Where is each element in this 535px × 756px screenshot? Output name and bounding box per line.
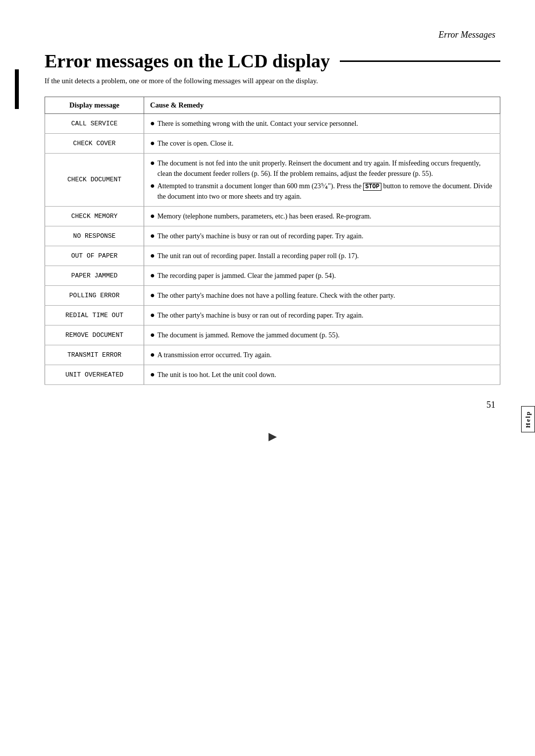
bullet-icon: ● [150,181,155,191]
bullet-text: The cover is open. Close it. [158,138,234,149]
col-cause-remedy: Cause & Remedy [144,97,500,113]
bullet-text: The recording paper is jammed. Clear the… [158,270,336,281]
cause-remedy-cell: ●The other party's machine is busy or ra… [144,226,500,246]
intro-paragraph: If the unit detects a problem, one or mo… [45,76,500,87]
bullet-icon: ● [150,310,155,321]
bullet-icon: ● [150,231,155,241]
display-message-cell: CHECK MEMORY [45,206,144,226]
table-row: CHECK MEMORY●Memory (telephone numbers, … [45,206,500,226]
section-header: Error Messages [45,30,500,40]
page-title: Error messages on the LCD display [45,50,500,72]
bullet-item: ●A transmission error occurred. Try agai… [150,350,494,360]
display-message-cell: NO RESPONSE [45,226,144,246]
bullet-icon: ● [150,251,155,261]
bullet-item: ●The cover is open. Close it. [150,138,494,149]
display-message-cell: TRANSMIT ERROR [45,345,144,365]
bullet-icon: ● [150,138,155,149]
bullet-text: The unit ran out of recording paper. Ins… [158,251,359,261]
cause-remedy-cell: ●A transmission error occurred. Try agai… [144,345,500,365]
bullet-text: There is something wrong with the unit. … [158,118,358,129]
display-message-cell: OUT OF PAPER [45,246,144,266]
cause-remedy-cell: ●The document is jammed. Remove the jamm… [144,325,500,345]
bottom-decoration: ▶ [45,430,500,443]
cause-remedy-cell: ●The other party's machine is busy or ra… [144,305,500,325]
display-message-cell: CHECK COVER [45,133,144,153]
table-row: TRANSMIT ERROR●A transmission error occu… [45,345,500,365]
bullet-text: Attempted to transmit a document longer … [158,181,494,202]
error-table: Display message Cause & Remedy CALL SERV… [45,97,500,385]
bullet-item: ●The document is jammed. Remove the jamm… [150,330,494,340]
table-row: UNIT OVERHEATED●The unit is too hot. Let… [45,365,500,384]
cause-remedy-cell: ●The recording paper is jammed. Clear th… [144,266,500,285]
bullet-icon: ● [150,158,155,168]
col-display-message: Display message [45,97,144,113]
table-row: CHECK DOCUMENT●The document is not fed i… [45,153,500,206]
bullet-item: ●The other party's machine does not have… [150,290,494,301]
bullet-text: The other party's machine is busy or ran… [158,231,364,241]
bullet-item: ●There is something wrong with the unit.… [150,118,494,129]
cause-remedy-cell: ●The unit is too hot. Let the unit cool … [144,365,500,384]
cause-remedy-cell: ●The cover is open. Close it. [144,133,500,153]
bullet-text: A transmission error occurred. Try again… [158,350,272,360]
display-message-cell: CALL SERVICE [45,113,144,133]
display-message-cell: PAPER JAMMED [45,266,144,285]
section-title: Error Messages [438,30,495,40]
bullet-text: The other party's machine is busy or ran… [158,310,364,321]
bullet-item: ●The other party's machine is busy or ra… [150,231,494,241]
bullet-text: The unit is too hot. Let the unit cool d… [158,370,276,380]
cause-remedy-cell: ●The other party's machine does not have… [144,285,500,305]
bullet-icon: ● [150,290,155,301]
table-row: PAPER JAMMED●The recording paper is jamm… [45,266,500,285]
title-underline [340,60,500,62]
display-message-cell: POLLING ERROR [45,285,144,305]
bullet-item: ●The document is not fed into the unit p… [150,158,494,179]
display-message-cell: UNIT OVERHEATED [45,365,144,384]
bullet-icon: ● [150,370,155,380]
bullet-text: The document is jammed. Remove the jamme… [158,330,340,340]
display-message-cell: REMOVE DOCUMENT [45,325,144,345]
table-row: POLLING ERROR●The other party's machine … [45,285,500,305]
bullet-icon: ● [150,350,155,360]
bullet-item: ●The recording paper is jammed. Clear th… [150,270,494,281]
display-message-cell: CHECK DOCUMENT [45,153,144,206]
display-message-cell: REDIAL TIME OUT [45,305,144,325]
cause-remedy-cell: ●The unit ran out of recording paper. In… [144,246,500,266]
page-number: 51 [45,400,500,410]
cause-remedy-cell: ●The document is not fed into the unit p… [144,153,500,206]
table-row: CALL SERVICE●There is something wrong wi… [45,113,500,133]
stop-button-label: STOP [363,183,381,191]
page-marker [15,69,19,109]
bullet-text: Memory (telephone numbers, parameters, e… [158,211,372,221]
table-row: CHECK COVER●The cover is open. Close it. [45,133,500,153]
table-row: OUT OF PAPER●The unit ran out of recordi… [45,246,500,266]
bullet-item: ●The other party's machine is busy or ra… [150,310,494,321]
side-tab: Help [521,406,535,432]
cause-remedy-cell: ●There is something wrong with the unit.… [144,113,500,133]
bullet-text: The other party's machine does not have … [158,290,395,301]
bullet-item: ●The unit is too hot. Let the unit cool … [150,370,494,380]
table-row: REDIAL TIME OUT●The other party's machin… [45,305,500,325]
bullet-icon: ● [150,270,155,281]
bullet-icon: ● [150,211,155,221]
bullet-icon: ● [150,118,155,129]
table-row: NO RESPONSE●The other party's machine is… [45,226,500,246]
cause-remedy-cell: ●Memory (telephone numbers, parameters, … [144,206,500,226]
bullet-item: ●Attempted to transmit a document longer… [150,181,494,202]
bullet-item: ●The unit ran out of recording paper. In… [150,251,494,261]
table-row: REMOVE DOCUMENT●The document is jammed. … [45,325,500,345]
bullet-text: The document is not fed into the unit pr… [158,158,494,179]
bullet-icon: ● [150,330,155,340]
bullet-item: ●Memory (telephone numbers, parameters, … [150,211,494,221]
